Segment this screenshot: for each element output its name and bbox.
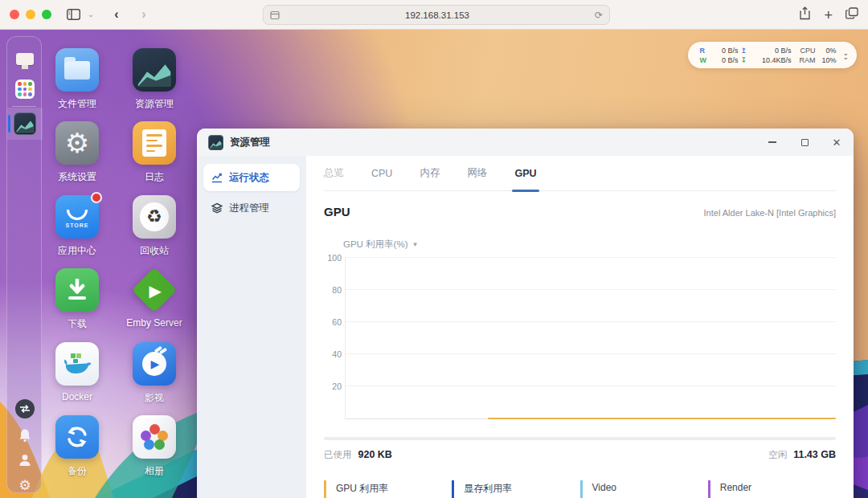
resource-tabs: 总览 CPU 内存 网络 GPU [324,156,836,191]
resource-manager-window: 资源管理 ✕ 运行状态 进程管理 总览 [197,129,854,498]
plot-area [345,257,836,419]
desktop-icon-docker[interactable]: Docker [47,342,108,402]
dock-notifications-button[interactable] [13,423,37,447]
tab-network[interactable]: 网络 [467,156,487,191]
layers-icon [211,202,223,214]
free-value: 11.43 GB [793,449,836,460]
gpu-panel: 总览 CPU 内存 网络 GPU GPU Intel Alder Lake-N … [306,156,854,498]
folder-icon [55,48,99,92]
clipboard-icon [133,121,176,165]
dock-session-button[interactable] [13,397,37,421]
url-text[interactable]: 192.168.31.153 [280,10,595,20]
page-settings-icon[interactable] [270,10,280,20]
y-axis-labels: 100 80 60 40 20 [324,257,345,419]
back-button[interactable]: ‹ [106,5,127,24]
cpu-label: CPU [791,46,815,55]
app-grid-icon [15,80,35,99]
reload-icon[interactable]: ⟳ [595,10,603,21]
tab-overview-icon[interactable] [845,7,858,22]
gpu-series-line [488,418,836,419]
tab-overview[interactable]: 总览 [324,156,344,191]
forward-button[interactable]: › [133,5,154,24]
store-bag-icon: STORE [55,195,99,239]
desktop-icon-resource-monitor[interactable]: 资源管理 [124,48,185,111]
sidebar-item-running-status[interactable]: 运行状态 [203,164,300,191]
gear-icon: ⚙ [18,477,31,494]
tab-cpu[interactable]: CPU [371,156,392,191]
metric-dropdown[interactable]: GPU 利用率(%) ▼ [343,239,418,251]
sync-arrows-icon [55,415,99,459]
chart-scrollbar-track[interactable] [324,437,836,440]
bell-icon [18,428,32,443]
zoom-window-button[interactable] [42,10,51,19]
close-window-button[interactable] [10,10,19,19]
desktop-icon-photos[interactable]: 相册 [124,415,185,478]
active-tab-underline [512,190,539,192]
sidebar-item-process-manager[interactable]: 进程管理 [203,194,300,222]
desktop-icon-backup[interactable]: 备份 [47,415,108,478]
desktop-icon-system-settings[interactable]: ⚙ 系统设置 [47,121,108,184]
resource-monitor-icon [14,112,36,135]
desktop-icon-logs[interactable]: 日志 [124,121,185,184]
address-bar[interactable]: 192.168.31.153 ⟳ [263,5,610,25]
widget-expand-chevron-icon[interactable]: ⌄⌄ [842,51,849,59]
gpu-heading: GPU [324,205,350,218]
session-icon [15,399,35,418]
dock-settings-button[interactable]: ⚙ [13,473,37,497]
browser-toolbar: ⌄ ‹ › 192.168.31.153 ⟳ + [0,0,868,30]
card-video: Video 0% [580,480,708,498]
active-app-indicator [8,115,10,133]
window-titlebar[interactable]: 资源管理 ✕ [197,129,854,156]
dock-resource-monitor-button[interactable] [7,108,43,140]
docker-whale-icon [55,342,99,386]
download-arrow-icon: ↧ [738,55,749,65]
user-icon [18,453,32,467]
ram-label: RAM [791,55,815,65]
dock-user-button[interactable] [13,448,37,472]
tab-memory[interactable]: 内存 [420,156,440,191]
download-value: 10.4KB/s [749,55,791,65]
dock: ⚙ [6,36,42,493]
used-label: 已使用 [324,449,352,461]
gear-icon: ⚙ [55,121,99,165]
monitor-icon [16,53,34,65]
share-icon[interactable] [799,6,811,23]
chevron-down-icon: ▼ [412,241,419,248]
disk-read-label: R [699,46,710,55]
desktop-icon-movies[interactable]: ▶ 影视 [124,342,185,405]
upload-arrow-icon: ↥ [738,46,749,55]
sidebar-dropdown-chevron-icon[interactable]: ⌄ [80,5,101,24]
free-label: 空闲 [768,449,787,461]
memory-usage-row: 已使用 920 KB 空闲 11.43 GB [324,449,836,461]
resource-monitor-icon [208,135,223,150]
card-render: Render 0% [708,480,836,498]
gpu-utilization-chart: 100 80 60 40 20 [324,257,836,419]
notification-badge [91,192,102,203]
desktop-icon-download[interactable]: 下载 [47,268,108,331]
dock-desktop-button[interactable] [13,47,37,71]
cpu-value: 0% [815,46,836,55]
disk-write-label: W [699,55,710,65]
movie-play-icon: ▶ [133,342,176,386]
desktop-icon-file-manager[interactable]: 文件管理 [47,48,108,111]
emby-play-icon: ▶ [133,268,176,312]
card-gpu-utilization: GPU 利用率 0% [324,480,452,498]
dock-divider [12,106,36,107]
desktop-icon-app-center[interactable]: STORE 应用中心 [47,195,108,258]
resource-monitor-icon [133,48,176,92]
line-chart-icon [211,172,223,183]
desktop-icon-emby-server[interactable]: ▶ Emby Server [124,268,185,329]
system-stats-widget[interactable]: R W 0 B/s 0 B/s ↥ ↧ 0 B/s 10.4KB/s CPU R… [688,42,857,68]
desktop-icon-recycle-bin[interactable]: ♻ 回收站 [124,195,185,258]
disk-write-value: 0 B/s [710,55,738,65]
window-maximize-button[interactable] [799,137,810,148]
photos-pinwheel-icon [133,415,176,459]
minimize-window-button[interactable] [26,10,35,19]
tab-gpu[interactable]: GPU [514,156,536,191]
window-minimize-button[interactable] [767,137,778,148]
dock-app-launcher-button[interactable] [13,77,37,101]
gpu-device-name: Intel Alder Lake-N [Intel Graphics] [704,208,836,218]
new-tab-icon[interactable]: + [824,8,833,22]
window-close-button[interactable]: ✕ [831,137,842,148]
disk-read-value: 0 B/s [710,46,738,55]
